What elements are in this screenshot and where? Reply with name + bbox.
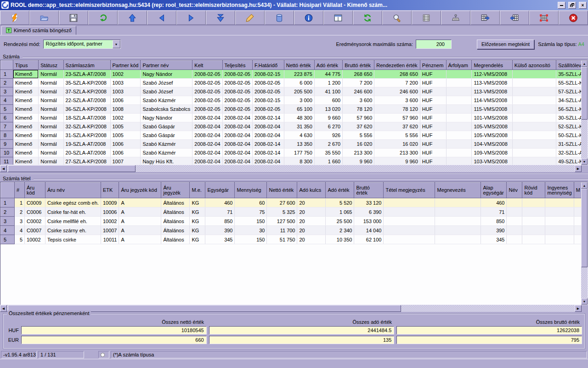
row-number[interactable]: 5	[1, 105, 13, 114]
cell[interactable]: Normál	[39, 96, 63, 105]
max-rows-input[interactable]	[416, 40, 452, 49]
cell[interactable]	[512, 140, 556, 149]
column-header[interactable]: Adó kulcs	[297, 183, 326, 198]
column-header[interactable]: Pénznem	[420, 61, 446, 70]
column-header[interactable]: Típus	[13, 61, 38, 70]
restore-button[interactable]	[568, 2, 576, 9]
column-header[interactable]: Alap egységár	[481, 183, 507, 198]
cell[interactable]: 71	[205, 207, 235, 217]
scroll-right-icon[interactable]: ▶	[575, 305, 582, 312]
cell[interactable]: 345	[481, 235, 507, 244]
toolbar-keyboard-button[interactable]	[441, 11, 470, 25]
cell[interactable]: Csirke egész comb eh.	[45, 198, 101, 207]
cell[interactable]: 600	[314, 96, 342, 105]
cell[interactable]: 2008-02-04	[222, 149, 252, 157]
row-number[interactable]: 6	[1, 114, 13, 122]
cell[interactable]: 2008-02-05	[192, 79, 222, 87]
cell[interactable]: 7 200	[374, 79, 420, 87]
column-header[interactable]: Megnevezés	[435, 183, 481, 198]
scroll-up-icon[interactable]: ▲	[581, 182, 588, 189]
toolbar-next-record-button[interactable]	[176, 11, 206, 25]
cell[interactable]: 10 350	[326, 235, 354, 244]
cell[interactable]: 104-VMS/2008	[472, 140, 512, 149]
cell[interactable]: 2008-02-04	[192, 114, 222, 122]
row-number[interactable]: 9	[1, 140, 13, 149]
cell[interactable]	[512, 157, 556, 166]
cell[interactable]: 390	[481, 226, 507, 235]
cell[interactable]: 2008-02-05	[192, 87, 222, 96]
cell[interactable]: Kimenő	[13, 131, 38, 140]
toolbar-export-table-button[interactable]	[470, 11, 500, 25]
cell[interactable]: 44 775	[314, 70, 342, 79]
toolbar-search-button[interactable]	[382, 11, 412, 25]
cell[interactable]: 2008-02-04	[192, 157, 222, 166]
item-row[interactable]: 11C0009Csirke egész comb eh.10009AÁltalá…	[1, 198, 582, 207]
cell[interactable]	[446, 122, 472, 131]
cell[interactable]: 37 620	[374, 122, 420, 131]
column-header[interactable]: Adó érték	[314, 61, 342, 70]
cell[interactable]	[384, 198, 435, 207]
cell[interactable]: 8 300	[284, 157, 314, 166]
column-header[interactable]: Státusz	[39, 61, 63, 70]
cell[interactable]	[522, 198, 545, 207]
row-number[interactable]: 3	[1, 87, 13, 96]
column-header[interactable]: F.Határidő	[252, 61, 284, 70]
cell[interactable]: KG	[190, 235, 205, 244]
cell[interactable]: 33 120	[354, 198, 384, 207]
cell[interactable]: Kimenő	[13, 105, 38, 114]
row-number[interactable]: 1	[1, 198, 15, 207]
column-header[interactable]: Tétel megjegyzés	[384, 183, 435, 198]
cell[interactable]: 10009	[101, 198, 119, 207]
cell[interactable]: 2008-02-04	[222, 122, 252, 131]
cell[interactable]	[522, 226, 545, 235]
cell[interactable]: 113-VMS/2008	[472, 79, 512, 87]
cell[interactable]: 20-SZLA-AT/2008	[63, 149, 110, 157]
cell[interactable]: C0007	[25, 226, 45, 235]
cell[interactable]: 850	[481, 217, 507, 226]
cell[interactable]	[512, 96, 556, 105]
column-header[interactable]: Ingyenes mennyiség	[545, 183, 574, 198]
cell[interactable]: 2008-02-05	[222, 105, 252, 114]
cell[interactable]: 177 750	[284, 149, 314, 157]
cell[interactable]: Normál	[39, 105, 63, 114]
toolbar-previous-record-button[interactable]	[147, 11, 176, 25]
cell[interactable]: 246 600	[374, 87, 420, 96]
cell[interactable]: 2 670	[314, 140, 342, 149]
cell[interactable]: A	[119, 207, 161, 217]
cell[interactable]: 5 556	[374, 131, 420, 140]
cell[interactable]: 20	[297, 207, 326, 217]
cell[interactable]: Nagy Hús Kft.	[141, 157, 192, 166]
cell[interactable]	[446, 79, 472, 87]
column-header[interactable]: Nettó érték	[267, 183, 297, 198]
toolbar-layout-button[interactable]	[323, 11, 353, 25]
cell[interactable]: 11 700	[267, 226, 297, 235]
cell[interactable]: 2008-02-04	[222, 131, 252, 140]
cell[interactable]	[435, 198, 481, 207]
item-row[interactable]: 44C0007Csirke szárny eh.10007AÁltalánosK…	[1, 226, 582, 235]
cell[interactable]: 2008-02-04	[222, 157, 252, 166]
scroll-down-icon[interactable]: ▼	[581, 298, 588, 305]
cell[interactable]	[446, 96, 472, 105]
cell[interactable]: 30	[235, 226, 267, 235]
cell[interactable]: 926	[314, 131, 342, 140]
cell[interactable]: HUF	[420, 114, 446, 122]
invoice-row[interactable]: 11KimenőNormál27-SZLA-KP/20081007Nagy Hú…	[1, 157, 588, 166]
column-header[interactable]: Teljesítés	[222, 61, 252, 70]
cell[interactable]: 10002	[101, 217, 119, 226]
toolbar-database-button[interactable]	[265, 11, 294, 25]
toolbar-last-record-button[interactable]	[206, 11, 235, 25]
cell[interactable]: Szabó Gáspár	[141, 131, 192, 140]
scroll-up-icon[interactable]: ▲	[581, 60, 588, 67]
cell[interactable]: 1005	[110, 122, 141, 131]
cell[interactable]: 20	[297, 235, 326, 244]
invoice-row[interactable]: 8KimenőNormál31-SZLA-KP/20081005Szabó Gá…	[1, 131, 588, 140]
cell[interactable]: HUF	[420, 87, 446, 96]
cell[interactable]	[446, 114, 472, 122]
cell[interactable]: 127 500	[267, 217, 297, 226]
cell[interactable]: 13 020	[314, 105, 342, 114]
toolbar-rows-button[interactable]	[412, 11, 441, 25]
cell[interactable]: 25 500	[326, 217, 354, 226]
cell[interactable]	[522, 207, 545, 217]
column-header[interactable]: Mennyiség	[235, 183, 267, 198]
cell[interactable]: 213 300	[374, 149, 420, 157]
